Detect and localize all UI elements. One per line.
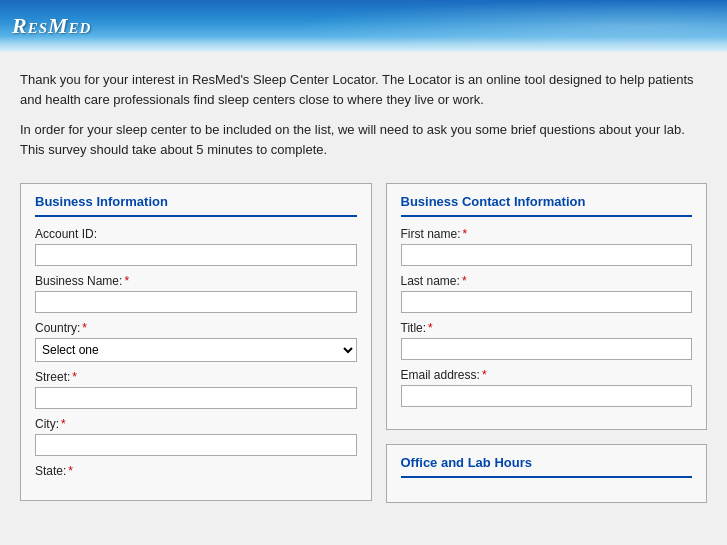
state-required: * xyxy=(68,464,73,478)
last-name-input[interactable] xyxy=(401,291,693,313)
intro-paragraph-2: In order for your sleep center to be inc… xyxy=(20,120,700,160)
business-name-required: * xyxy=(124,274,129,288)
contact-info-panel: Business Contact Information First name:… xyxy=(386,183,708,430)
account-id-input[interactable] xyxy=(35,244,357,266)
country-required: * xyxy=(82,321,87,335)
header: ResMed xyxy=(0,0,727,52)
contact-info-title: Business Contact Information xyxy=(401,194,693,217)
title-group: Title:* xyxy=(401,321,693,360)
business-info-title: Business Information xyxy=(35,194,357,217)
first-name-required: * xyxy=(463,227,468,241)
street-input[interactable] xyxy=(35,387,357,409)
email-required: * xyxy=(482,368,487,382)
last-name-required: * xyxy=(462,274,467,288)
account-id-label: Account ID: xyxy=(35,227,357,241)
main-content: Thank you for your interest in ResMed's … xyxy=(0,52,727,545)
business-info-panel: Business Information Account ID: Busines… xyxy=(20,183,372,501)
country-group: Country:* Select one xyxy=(35,321,357,362)
last-name-label: Last name:* xyxy=(401,274,693,288)
country-select[interactable]: Select one xyxy=(35,338,357,362)
city-group: City:* xyxy=(35,417,357,456)
country-label: Country:* xyxy=(35,321,357,335)
business-name-label: Business Name:* xyxy=(35,274,357,288)
title-label: Title:* xyxy=(401,321,693,335)
first-name-input[interactable] xyxy=(401,244,693,266)
first-name-label: First name:* xyxy=(401,227,693,241)
street-required: * xyxy=(72,370,77,384)
city-required: * xyxy=(61,417,66,431)
intro-paragraph-1: Thank you for your interest in ResMed's … xyxy=(20,70,700,110)
business-name-group: Business Name:* xyxy=(35,274,357,313)
title-required: * xyxy=(428,321,433,335)
city-label: City:* xyxy=(35,417,357,431)
street-group: Street:* xyxy=(35,370,357,409)
right-column: Business Contact Information First name:… xyxy=(386,183,708,503)
intro-section: Thank you for your interest in ResMed's … xyxy=(20,70,700,161)
last-name-group: Last name:* xyxy=(401,274,693,313)
first-name-group: First name:* xyxy=(401,227,693,266)
state-label: State:* xyxy=(35,464,357,478)
street-label: Street:* xyxy=(35,370,357,384)
email-group: Email address:* xyxy=(401,368,693,407)
forms-container: Business Information Account ID: Busines… xyxy=(20,183,707,503)
state-group: State:* xyxy=(35,464,357,478)
email-label: Email address:* xyxy=(401,368,693,382)
email-input[interactable] xyxy=(401,385,693,407)
logo-text: ResMed xyxy=(12,13,91,38)
logo: ResMed xyxy=(12,13,91,39)
office-hours-title: Office and Lab Hours xyxy=(401,455,693,478)
office-hours-panel: Office and Lab Hours xyxy=(386,444,708,503)
account-id-group: Account ID: xyxy=(35,227,357,266)
city-input[interactable] xyxy=(35,434,357,456)
title-input[interactable] xyxy=(401,338,693,360)
business-name-input[interactable] xyxy=(35,291,357,313)
